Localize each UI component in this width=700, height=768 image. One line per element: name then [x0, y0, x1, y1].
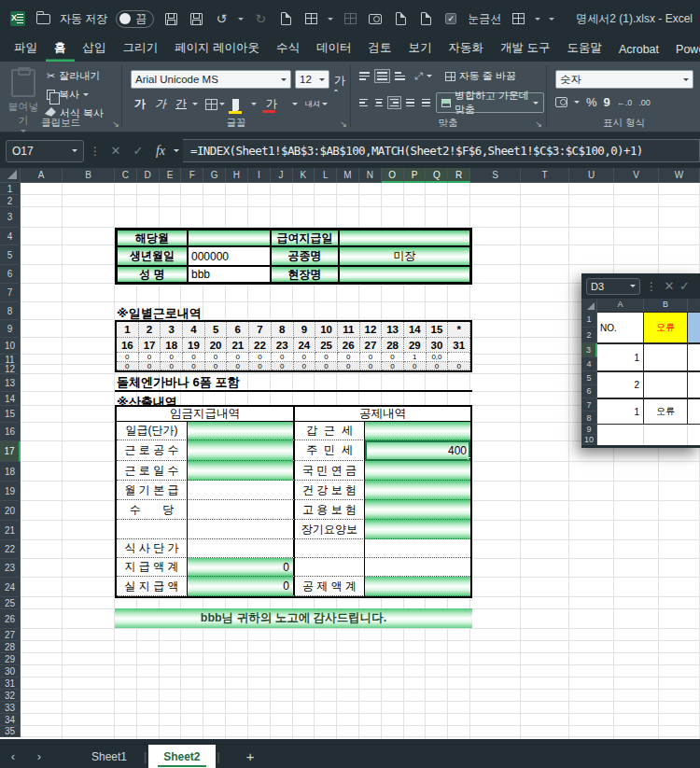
quick-access-more-icon[interactable] — [549, 18, 554, 23]
copy-button[interactable]: 복사 — [47, 88, 104, 102]
column-header-J[interactable]: J — [271, 168, 293, 183]
row-header-20[interactable]: 20 — [0, 501, 21, 521]
fill-color-button[interactable] — [232, 99, 242, 110]
draw-border-icon[interactable] — [510, 10, 526, 27]
row-header-21[interactable]: 21 — [0, 521, 21, 540]
column-header-L[interactable]: L — [315, 168, 337, 183]
column-header-N[interactable]: N — [359, 168, 382, 183]
ruby-button[interactable]: 내셔 — [305, 101, 320, 108]
mini-cell-a[interactable]: 1 — [597, 343, 644, 371]
table-style-icon[interactable] — [302, 10, 319, 27]
column-header-D[interactable]: D — [137, 168, 160, 183]
italic-button[interactable]: 가 — [151, 95, 170, 113]
row-header-33[interactable]: 33 — [0, 702, 21, 714]
next-sheet-icon[interactable]: › — [26, 749, 52, 763]
mini-row-header-2[interactable]: 2 — [581, 328, 597, 343]
undo-icon[interactable]: ↺ — [213, 10, 230, 27]
row-header-23[interactable]: 23 — [0, 559, 21, 578]
column-header-U[interactable]: U — [569, 168, 614, 183]
orientation-dropdown-icon[interactable] — [427, 75, 432, 80]
row-header-2[interactable]: 2 — [0, 195, 21, 207]
font-dialog-launcher-icon[interactable]: ↘ — [340, 119, 347, 129]
row-header-22[interactable]: 22 — [0, 540, 21, 559]
ribbon-tab-Power Pivot[interactable]: Power Pivot — [667, 39, 700, 62]
orientation-icon[interactable]: ⤢ — [414, 70, 423, 82]
row-header-8[interactable]: 8 — [0, 302, 21, 320]
mini-cell-b[interactable]: 오류 — [644, 312, 688, 343]
table-style-dropdown-icon[interactable] — [328, 18, 333, 23]
number-format-select[interactable]: 숫자 — [555, 70, 693, 89]
wrap-text-button[interactable]: 자동 줄 바꿈 — [445, 69, 516, 83]
name-box[interactable]: O17 — [6, 140, 84, 162]
decrease-decimal-icon[interactable]: .00 — [638, 98, 651, 107]
borders-icon[interactable] — [205, 99, 217, 110]
underline-button[interactable]: 간 — [172, 95, 190, 113]
draw-border-dropdown-icon[interactable] — [535, 18, 540, 23]
column-header-K[interactable]: K — [293, 168, 315, 183]
select-all-corner[interactable] — [0, 168, 21, 183]
decrease-indent-button[interactable] — [404, 97, 416, 109]
font-color-button[interactable]: 가 — [262, 95, 281, 113]
ribbon-tab-개발 도구[interactable]: 개발 도구 — [492, 37, 558, 62]
row-header-6[interactable]: 6 — [0, 265, 21, 284]
row-header-24[interactable]: 24 — [0, 578, 21, 597]
column-header-P[interactable]: P — [404, 168, 427, 183]
underline-dropdown-icon[interactable] — [192, 103, 198, 108]
ribbon-tab-Acrobat[interactable]: Acrobat — [610, 39, 667, 62]
ribbon-tab-데이터[interactable]: 데이터 — [308, 37, 360, 62]
row-header-15[interactable]: 15 — [0, 406, 21, 423]
column-header-H[interactable]: H — [226, 168, 248, 183]
row-header-34[interactable]: 34 — [0, 714, 21, 726]
align-top-button[interactable] — [357, 70, 371, 82]
row-header-14[interactable]: 14 — [0, 392, 21, 406]
column-header-O[interactable]: O — [382, 168, 404, 183]
mini-cell-b[interactable] — [644, 343, 688, 371]
mini-column-b[interactable]: B — [644, 299, 688, 312]
column-header-W[interactable]: W — [659, 168, 700, 183]
align-center-button[interactable] — [373, 97, 385, 109]
comma-style-button[interactable]: 9 — [604, 95, 610, 109]
row-header-25[interactable]: 25 — [0, 597, 21, 609]
row-header-19[interactable]: 19 — [0, 482, 21, 501]
font-size-select[interactable]: 12 — [295, 70, 329, 89]
increase-decimal-icon[interactable]: ←.0 — [617, 98, 633, 107]
column-header-A[interactable]: A — [21, 168, 63, 183]
selected-cell-O17[interactable]: 400 — [365, 440, 470, 461]
camera-icon[interactable] — [367, 10, 384, 27]
row-header-5[interactable]: 5 — [0, 245, 21, 265]
increase-indent-button[interactable] — [420, 97, 432, 109]
align-bottom-button[interactable] — [393, 70, 407, 82]
ribbon-tab-삽입[interactable]: 삽입 — [75, 37, 115, 62]
mini-row-header-9[interactable]: 9 — [581, 425, 597, 435]
undo-dropdown-icon[interactable] — [238, 18, 244, 23]
autosave-toggle[interactable]: 끔 — [116, 10, 154, 28]
column-header-I[interactable]: I — [248, 168, 271, 183]
row-header-4[interactable]: 4 — [0, 228, 21, 245]
mini-column-a[interactable]: A — [597, 299, 644, 312]
formula-input[interactable]: =INDEX(Sheet1!$AB$3:$AB$100,MATCH(Sheet2… — [183, 139, 700, 162]
mini-row-header-8[interactable]: 8 — [581, 412, 597, 425]
mini-row-header-3[interactable]: 3 — [581, 343, 597, 357]
row-header-3[interactable]: 3 — [0, 207, 21, 228]
gridline-checkbox[interactable]: ✓ — [442, 10, 459, 27]
mini-row-header-10[interactable]: 10 — [581, 435, 597, 445]
prev-sheet-icon[interactable]: ‹ — [0, 749, 26, 763]
mini-cell-a[interactable]: 1 — [597, 398, 644, 425]
row-header-16[interactable]: 16 — [0, 423, 21, 441]
mini-row-header-6[interactable]: 6 — [581, 385, 597, 399]
save-as-icon[interactable] — [188, 10, 204, 27]
mini-row-header-7[interactable]: 7 — [581, 398, 597, 412]
accounting-dropdown-icon[interactable] — [574, 101, 580, 106]
mini-cell-b[interactable] — [644, 371, 688, 398]
ribbon-tab-자동화[interactable]: 자동화 — [440, 37, 492, 62]
row-header-7[interactable]: 7 — [0, 284, 21, 302]
borders-dropdown-icon[interactable] — [219, 103, 225, 108]
ribbon-tab-페이지 레이아웃[interactable]: 페이지 레이아웃 — [166, 37, 268, 62]
tab-sheet1[interactable]: Sheet1 — [77, 745, 142, 768]
ribbon-tab-홈[interactable]: 홈 — [46, 37, 75, 62]
cut-button[interactable]: ✂잘라내기 — [47, 69, 104, 83]
row-header-1[interactable]: 1 — [0, 183, 21, 195]
accounting-format-icon[interactable] — [555, 97, 567, 107]
row-header-27[interactable]: 27 — [0, 629, 21, 641]
ruby-dropdown-icon[interactable] — [322, 103, 328, 108]
